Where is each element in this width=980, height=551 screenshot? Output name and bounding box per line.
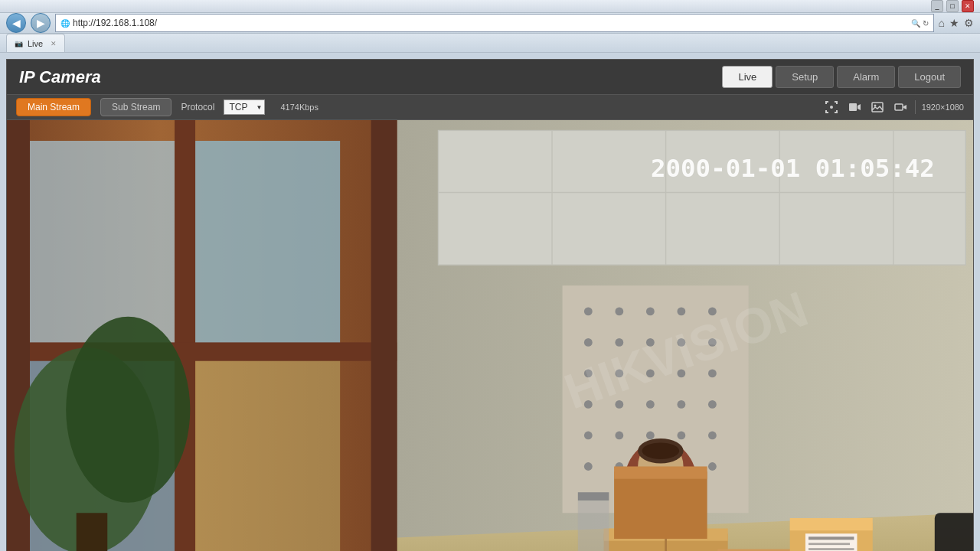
svg-rect-27 <box>30 141 175 347</box>
tab-title: Live <box>28 39 43 48</box>
settings-icon[interactable]: ⚙ <box>964 17 974 29</box>
svg-marker-14 <box>903 105 906 109</box>
svg-rect-91 <box>614 471 707 539</box>
svg-rect-34 <box>371 120 397 551</box>
image-icon[interactable] <box>869 99 886 116</box>
timestamp-text: 2000-01-01 01:05:42 <box>651 154 935 183</box>
svg-marker-10 <box>858 104 861 110</box>
resolution-display: 1920×1080 <box>922 103 964 112</box>
protocol-select[interactable]: TCP UDP <box>224 99 265 115</box>
svg-rect-102 <box>935 513 973 551</box>
svg-point-42 <box>584 307 593 315</box>
svg-rect-5 <box>825 110 827 113</box>
camera-feed: 2000-01-01 01:05:42 IPC HIKVISION <box>7 120 973 551</box>
home-icon[interactable]: ⌂ <box>939 17 945 29</box>
svg-point-59 <box>646 400 655 409</box>
svg-point-71 <box>708 462 717 471</box>
titlebar-buttons: _ □ ✕ <box>931 0 974 12</box>
back-button[interactable]: ◀ <box>6 13 26 33</box>
address-actions: 🔍 ↻ <box>911 19 929 28</box>
alarm-nav-button[interactable]: Alarm <box>837 66 895 88</box>
svg-point-66 <box>708 432 717 440</box>
camera-nav-buttons: Live Setup Alarm Logout <box>722 66 961 88</box>
bitrate-display: 4174Kbps <box>280 103 318 112</box>
sub-stream-button[interactable]: Sub Stream <box>100 98 172 116</box>
svg-rect-94 <box>578 500 609 551</box>
maximize-button[interactable]: □ <box>946 0 959 12</box>
svg-point-8 <box>830 106 833 109</box>
tab-favicon: 📷 <box>15 40 23 47</box>
svg-point-43 <box>615 307 623 315</box>
camera-toolbar: Main Stream Sub Stream Protocol TCP UDP … <box>7 95 973 120</box>
svg-rect-13 <box>895 104 903 110</box>
live-nav-button[interactable]: Live <box>722 66 773 88</box>
svg-rect-92 <box>614 466 707 478</box>
svg-rect-7 <box>836 110 838 113</box>
camera-header: IP Camera Live Setup Alarm Logout <box>7 60 973 95</box>
svg-rect-86 <box>790 518 873 530</box>
address-bar[interactable]: 🌐 http://192.168.1.108/ 🔍 ↻ <box>55 14 934 32</box>
svg-point-12 <box>874 105 876 107</box>
svg-rect-89 <box>808 543 850 545</box>
camera-panel: IP Camera Live Setup Alarm Logout Main S… <box>6 59 974 551</box>
video-container: 2000-01-01 01:05:42 IPC HIKVISION <box>7 120 973 551</box>
snapshot-icon[interactable] <box>823 99 840 116</box>
address-icon: 🌐 <box>60 19 70 28</box>
svg-rect-1 <box>825 101 827 104</box>
minimize-button[interactable]: _ <box>931 0 943 12</box>
svg-point-64 <box>646 432 655 440</box>
svg-point-67 <box>584 462 593 471</box>
protocol-wrapper: TCP UDP <box>224 99 265 115</box>
forward-button[interactable]: ▶ <box>31 13 51 33</box>
address-text: http://192.168.1.108/ <box>73 18 908 28</box>
main-stream-button[interactable]: Main Stream <box>16 98 91 116</box>
browser-titlebar: _ □ ✕ <box>0 0 980 13</box>
tab-close-button[interactable]: ✕ <box>51 40 57 47</box>
browser-window: _ □ ✕ ◀ ▶ 🌐 http://192.168.1.108/ 🔍 ↻ ⌂ … <box>0 0 980 551</box>
svg-point-47 <box>584 338 593 347</box>
camera-title: IP Camera <box>19 67 101 87</box>
svg-rect-3 <box>836 101 838 104</box>
svg-point-44 <box>646 307 655 315</box>
svg-rect-31 <box>175 120 195 551</box>
svg-rect-90 <box>808 548 854 550</box>
svg-point-45 <box>677 307 685 315</box>
search-icon[interactable]: 🔍 <box>911 19 920 28</box>
svg-rect-38 <box>77 513 108 551</box>
content-area: IP Camera Live Setup Alarm Logout Main S… <box>0 53 980 551</box>
svg-point-65 <box>677 432 685 440</box>
svg-rect-18 <box>438 131 965 266</box>
svg-rect-30 <box>195 358 340 551</box>
svg-rect-88 <box>808 536 854 540</box>
svg-rect-93 <box>578 492 609 500</box>
logout-nav-button[interactable]: Logout <box>898 66 961 88</box>
record-icon[interactable] <box>846 99 863 116</box>
svg-rect-29 <box>195 141 340 347</box>
camera-toolbar-right: 1920×1080 <box>823 99 964 116</box>
tab-bar: 📷 Live ✕ <box>0 34 980 53</box>
svg-point-60 <box>677 400 685 409</box>
svg-point-61 <box>708 400 717 409</box>
favorites-icon[interactable]: ★ <box>949 17 959 29</box>
svg-rect-11 <box>872 103 883 112</box>
toolbar-separator <box>915 100 916 114</box>
close-button[interactable]: ✕ <box>962 0 974 12</box>
svg-point-63 <box>615 432 623 440</box>
browser-toolbar: ◀ ▶ 🌐 http://192.168.1.108/ 🔍 ↻ ⌂ ★ ⚙ <box>0 13 980 34</box>
browser-toolbar-right: ⌂ ★ ⚙ <box>939 17 974 29</box>
protocol-label: Protocol <box>181 102 214 112</box>
tab-live[interactable]: 📷 Live ✕ <box>6 34 65 52</box>
camera-video-icon[interactable] <box>892 99 909 116</box>
svg-point-78 <box>642 442 680 459</box>
setup-nav-button[interactable]: Setup <box>776 66 834 88</box>
refresh-icon[interactable]: ↻ <box>923 19 929 28</box>
svg-point-62 <box>584 432 593 440</box>
svg-point-37 <box>66 317 190 503</box>
svg-rect-9 <box>849 103 857 111</box>
